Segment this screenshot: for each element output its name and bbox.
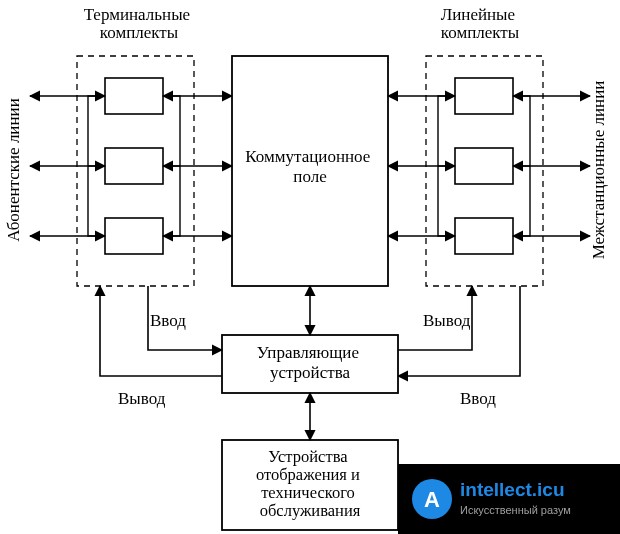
- line-block-1: [455, 78, 513, 114]
- watermark-logo-letter: A: [424, 487, 440, 512]
- watermark-tagline: Искусственный разум: [460, 504, 571, 516]
- line-block-3: [455, 218, 513, 254]
- left-input-label: Ввод: [150, 311, 186, 330]
- terminal-block-3: [105, 218, 163, 254]
- line-sets-label: Линейные комплекты: [441, 5, 520, 42]
- control-units-text: Управляющие устройства: [257, 343, 363, 382]
- left-output-path: [100, 286, 222, 376]
- watermark-brand: intellect.icu: [460, 479, 565, 500]
- diagram-canvas: Терминальные комплекты Линейные комплект…: [0, 0, 620, 534]
- subscriber-lines-label: Абонентские линии: [4, 98, 23, 242]
- right-input-path: [398, 286, 520, 376]
- terminal-sets-label: Терминальные комплекты: [84, 5, 195, 42]
- watermark: A intellect.icu Искусственный разум: [398, 464, 620, 534]
- terminal-block-2: [105, 148, 163, 184]
- right-input-label: Ввод: [460, 389, 496, 408]
- right-output-label: Вывод: [423, 311, 471, 330]
- display-maintenance-text: Устройства отображения и технического об…: [256, 447, 364, 520]
- line-block-2: [455, 148, 513, 184]
- terminal-block-1: [105, 78, 163, 114]
- interstation-lines-label: Межстанционные линии: [589, 81, 608, 260]
- left-output-label: Вывод: [118, 389, 166, 408]
